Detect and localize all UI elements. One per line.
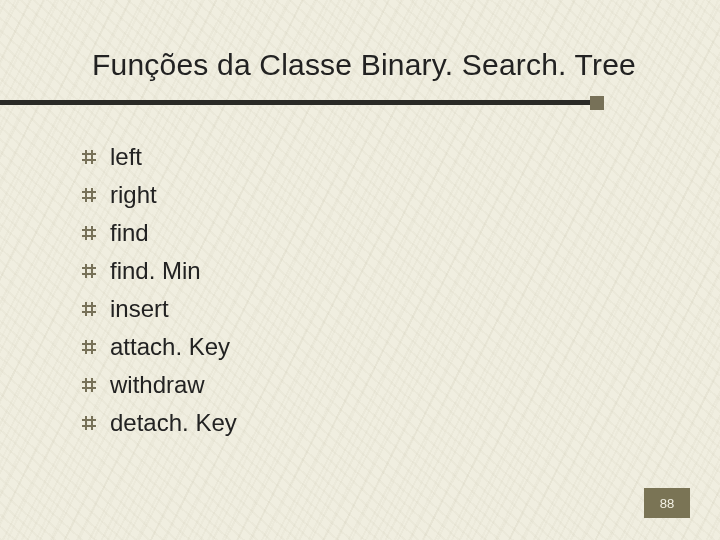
list-item: attach. Key (82, 328, 237, 366)
list-item-label: insert (110, 295, 169, 323)
list-item-label: detach. Key (110, 409, 237, 437)
list-item: right (82, 176, 237, 214)
svg-rect-11 (91, 226, 93, 240)
list-item-label: left (110, 143, 142, 171)
svg-rect-25 (82, 387, 96, 389)
list-item-label: right (110, 181, 157, 209)
svg-rect-7 (91, 188, 93, 202)
list-item: left (82, 138, 237, 176)
svg-rect-14 (85, 264, 87, 278)
svg-rect-23 (91, 340, 93, 354)
svg-rect-18 (85, 302, 87, 316)
list-item-label: withdraw (110, 371, 205, 399)
svg-rect-26 (85, 378, 87, 392)
list-item-label: find. Min (110, 257, 201, 285)
svg-rect-3 (91, 150, 93, 164)
svg-rect-31 (91, 416, 93, 430)
list-item: find (82, 214, 237, 252)
list-item: insert (82, 290, 237, 328)
svg-rect-17 (82, 311, 96, 313)
page-number: 88 (660, 496, 674, 511)
hash-bullet-icon (82, 302, 96, 316)
svg-rect-5 (82, 197, 96, 199)
svg-rect-6 (85, 188, 87, 202)
svg-rect-19 (91, 302, 93, 316)
list-item: detach. Key (82, 404, 237, 442)
svg-rect-13 (82, 273, 96, 275)
hash-bullet-icon (82, 150, 96, 164)
title-rule (0, 96, 720, 112)
svg-rect-0 (82, 153, 96, 155)
svg-rect-16 (82, 305, 96, 307)
svg-rect-21 (82, 349, 96, 351)
list-item-label: find (110, 219, 149, 247)
svg-rect-4 (82, 191, 96, 193)
svg-rect-28 (82, 419, 96, 421)
slide-title: Funções da Classe Binary. Search. Tree (92, 48, 636, 82)
list-item: find. Min (82, 252, 237, 290)
svg-rect-24 (82, 381, 96, 383)
svg-rect-8 (82, 229, 96, 231)
svg-rect-20 (82, 343, 96, 345)
title-rule-endcap (590, 96, 604, 110)
hash-bullet-icon (82, 416, 96, 430)
hash-bullet-icon (82, 264, 96, 278)
svg-rect-27 (91, 378, 93, 392)
bullet-list: left right find (82, 138, 237, 442)
hash-bullet-icon (82, 340, 96, 354)
svg-rect-22 (85, 340, 87, 354)
hash-bullet-icon (82, 378, 96, 392)
list-item: withdraw (82, 366, 237, 404)
title-rule-line (0, 100, 590, 105)
list-item-label: attach. Key (110, 333, 230, 361)
svg-rect-2 (85, 150, 87, 164)
hash-bullet-icon (82, 226, 96, 240)
svg-rect-9 (82, 235, 96, 237)
svg-rect-1 (82, 159, 96, 161)
svg-rect-10 (85, 226, 87, 240)
page-number-badge: 88 (644, 488, 690, 518)
svg-rect-15 (91, 264, 93, 278)
svg-rect-12 (82, 267, 96, 269)
hash-bullet-icon (82, 188, 96, 202)
svg-rect-30 (85, 416, 87, 430)
svg-rect-29 (82, 425, 96, 427)
